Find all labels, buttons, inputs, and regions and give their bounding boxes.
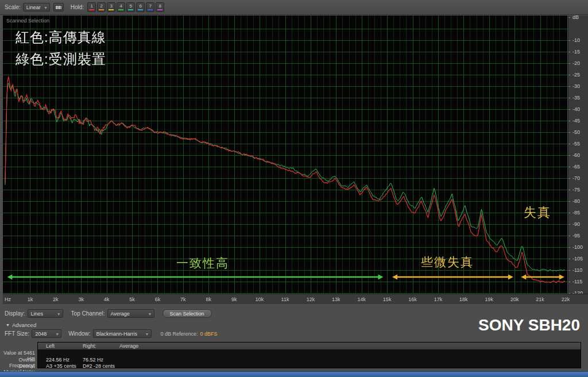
hold-color-chip — [89, 9, 94, 10]
db-axis-label: -45 — [572, 118, 580, 124]
hold-button-6[interactable]: 6 — [136, 2, 145, 12]
hold-color-chip — [128, 9, 133, 10]
frequency-axis-label: 2k — [53, 297, 59, 302]
display-dropdown[interactable]: Lines ▼ — [28, 309, 63, 318]
hold-buttons: 12345678 — [87, 2, 164, 12]
hold-button-4[interactable]: 4 — [117, 2, 125, 12]
reference-value[interactable]: 0 dBFS — [200, 331, 218, 337]
db-tick — [568, 201, 570, 202]
table-row — [38, 349, 581, 356]
cell-right: D#2 -28 cents — [83, 363, 122, 369]
top-channel-value: Average — [111, 311, 130, 317]
frequency-axis-label: 21k — [536, 297, 544, 302]
chevron-down-icon: ▼ — [44, 6, 48, 10]
fft-size-dropdown[interactable]: 2048 ▼ — [32, 329, 61, 338]
hold-button-5[interactable]: 5 — [126, 2, 135, 12]
hold-number: 7 — [149, 4, 151, 9]
selection-tab-label: Scanned Selection — [6, 18, 49, 24]
scan-selection-button[interactable]: Scan Selection — [163, 309, 212, 318]
hold-button-8[interactable]: 8 — [156, 2, 164, 12]
hold-number: 2 — [100, 4, 102, 9]
frequency-axis-label: 11k — [281, 297, 289, 302]
hold-color-chip — [138, 9, 143, 10]
table-row: A3 +35 centsD#2 -28 cents — [38, 363, 581, 370]
frequency-axis-label: 6k — [155, 297, 161, 302]
fft-size-label: FFT Size: — [5, 330, 29, 337]
scale-label: Scale: — [5, 4, 21, 10]
table-row: 224.56 Hz76.52 Hz — [38, 356, 581, 363]
hold-color-chip — [118, 9, 123, 10]
legend-red-annotation: 紅色:高傳真線 — [16, 28, 106, 47]
cell-left: A3 +35 cents — [46, 363, 83, 369]
legend-green-annotation: 綠色:受測裝置 — [16, 50, 106, 68]
db-tick — [568, 213, 570, 213]
device-name-caption: SONY SBH20 — [478, 316, 580, 334]
frequency-axis-label: Hz — [5, 297, 11, 302]
table-header-row: LeftRight:Average — [38, 343, 581, 349]
display-label: Display: — [5, 310, 25, 317]
frequency-axis-label: 1k — [28, 297, 33, 302]
scale-value: Linear — [26, 5, 41, 10]
cell-right: 76.52 Hz — [83, 357, 122, 363]
results-table: LeftRight:Average224.56 Hz76.52 HzA3 +35… — [37, 342, 581, 368]
db-axis-label: -80 — [572, 199, 580, 204]
col-average: Average — [119, 343, 160, 349]
frequency-axis: Hz1k2k3k4k5k6k7k8k9k10k11k12k13k14k15k16… — [3, 294, 588, 304]
top-channel-dropdown[interactable]: Average ▼ — [107, 309, 154, 318]
db-axis-label: -20 — [572, 61, 580, 66]
piano-keys-toggle[interactable] — [53, 3, 64, 11]
db-axis-label: -110 — [572, 268, 582, 273]
display-row: Display: Lines ▼ Top Channel: Average ▼ … — [0, 309, 212, 318]
db-tick — [568, 167, 570, 167]
chevron-down-icon: ▼ — [55, 332, 59, 336]
db-axis-label: -25 — [572, 72, 580, 78]
db-tick — [568, 144, 570, 144]
db-tick — [568, 75, 570, 75]
hold-color-chip — [109, 9, 114, 10]
window-dropdown[interactable]: Blackmann-Harris ▼ — [93, 329, 152, 338]
col-left: Left — [46, 343, 83, 349]
db-tick — [568, 270, 570, 271]
frequency-axis-label: 20k — [510, 297, 519, 302]
db-axis-label: -50 — [572, 130, 580, 135]
db-axis-label: -105 — [572, 256, 583, 261]
chevron-down-icon: ▼ — [148, 312, 152, 316]
db-tick — [568, 247, 570, 248]
top-toolbar: Scale: Linear ▼ Hold: 12345678 — [0, 0, 588, 15]
db-tick — [568, 190, 570, 190]
frequency-analysis-window: Scale: Linear ▼ Hold: 12345678 Scanned S… — [0, 0, 588, 377]
hold-number: 4 — [119, 4, 122, 9]
hold-button-1[interactable]: 1 — [87, 2, 96, 12]
chevron-down-icon: ▼ — [57, 312, 61, 316]
display-value: Lines — [31, 311, 44, 317]
frequency-axis-label: 12k — [307, 297, 315, 302]
frequency-axis-label: 15k — [383, 297, 392, 302]
hold-button-7[interactable]: 7 — [146, 2, 154, 12]
db-tick — [568, 178, 570, 179]
hold-button-3[interactable]: 3 — [107, 2, 115, 12]
frequency-axis-label: 3k — [78, 297, 84, 302]
advanced-row[interactable]: ▼ Advanced — [0, 322, 36, 328]
db-tick — [568, 86, 570, 87]
col-right: Right: — [83, 343, 119, 349]
top-channel-label: Top Channel: — [71, 310, 105, 317]
db-axis-label: -100 — [572, 245, 583, 250]
window-value: Blackmann-Harris — [96, 331, 138, 337]
db-axis-label: -55 — [572, 141, 580, 147]
hold-color-chip — [99, 9, 104, 10]
frequency-axis-label: 13k — [332, 297, 341, 302]
db-axis-label: -115 — [572, 279, 582, 284]
db-tick — [568, 40, 570, 41]
scale-dropdown[interactable]: Linear ▼ — [23, 3, 50, 11]
frequency-axis-label: 4k — [104, 297, 110, 302]
zone-distortion-label: 失真 — [524, 204, 551, 221]
db-axis-label: -10 — [572, 38, 580, 43]
db-tick — [568, 259, 570, 259]
chevron-down-icon: ▼ — [145, 332, 149, 336]
fft-row: FFT Size: 2048 ▼ Window: Blackmann-Harri… — [0, 329, 218, 338]
hold-button-2[interactable]: 2 — [97, 2, 106, 12]
db-axis-label: dB — [572, 16, 579, 20]
db-axis-label: -95 — [572, 233, 580, 238]
db-tick — [568, 109, 570, 110]
frequency-axis-label: 18k — [459, 297, 468, 302]
